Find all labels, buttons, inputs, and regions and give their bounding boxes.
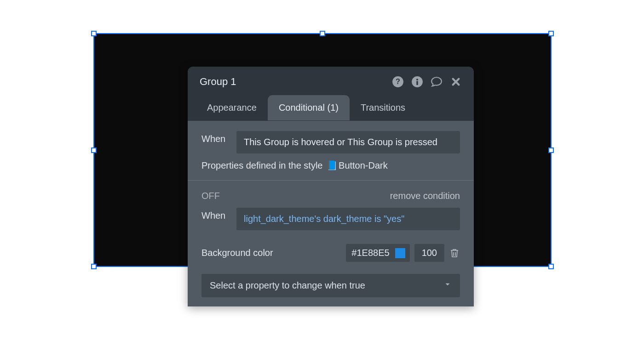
svg-rect-4 (416, 81, 418, 85)
panel-title: Group 1 (200, 76, 236, 88)
resize-handle-tl[interactable] (91, 31, 97, 36)
svg-point-3 (416, 79, 418, 80)
style-expression-box[interactable]: This Group is hovered or This Group is p… (236, 131, 460, 153)
svg-text:?: ? (396, 77, 400, 85)
style-definition-line: Properties defined in the style 📘Button-… (201, 160, 460, 171)
condition-top-row: OFF remove condition (201, 191, 460, 201)
custom-expression-box[interactable]: light_dark_theme's dark_theme is "yes" (236, 208, 460, 230)
chevron-down-icon (443, 280, 452, 291)
tab-appearance[interactable]: Appearance (196, 95, 268, 120)
style-definition-prefix: Properties defined in the style (201, 160, 325, 170)
background-color-row: Background color #1E88E5 100 (201, 244, 460, 262)
resize-handle-tr[interactable] (548, 31, 554, 36)
resize-handle-bl[interactable] (91, 264, 97, 269)
tab-body: When This Group is hovered or This Group… (188, 121, 474, 306)
comment-icon[interactable] (430, 75, 443, 89)
condition-off-toggle[interactable]: OFF (201, 191, 220, 201)
property-select[interactable]: Select a property to change when true (201, 274, 460, 297)
style-when-row: When This Group is hovered or This Group… (201, 131, 460, 153)
style-book-icon: 📘 (326, 160, 338, 170)
close-icon[interactable] (449, 75, 463, 89)
resize-handle-br[interactable] (548, 264, 554, 269)
when-label-2: When (201, 208, 229, 221)
custom-condition-section: OFF remove condition When light_dark_the… (188, 180, 474, 306)
color-hex-input[interactable]: #1E88E5 (346, 244, 409, 262)
style-condition-section: When This Group is hovered or This Group… (188, 121, 474, 180)
resize-handle-ml[interactable] (91, 147, 97, 153)
color-swatch[interactable] (395, 248, 405, 258)
property-select-placeholder: Select a property to change when true (210, 280, 365, 291)
tab-transitions[interactable]: Transitions (350, 95, 416, 120)
color-opacity-input[interactable]: 100 (414, 244, 444, 262)
background-color-controls: #1E88E5 100 (346, 244, 460, 262)
tab-row: Appearance Conditional (1) Transitions (188, 95, 474, 121)
background-color-label: Background color (201, 248, 273, 258)
property-panel: Group 1 ? Appearance Conditional (1) Tra… (188, 67, 474, 306)
panel-header-icons: ? (391, 75, 463, 89)
custom-when-row: When light_dark_theme's dark_theme is "y… (201, 208, 460, 230)
info-icon[interactable] (410, 75, 424, 89)
panel-header[interactable]: Group 1 ? (188, 67, 474, 95)
help-icon[interactable]: ? (391, 75, 405, 89)
color-hex-value: #1E88E5 (351, 248, 389, 258)
remove-condition-link[interactable]: remove condition (390, 191, 460, 201)
add-property-row: Select a property to change when true (201, 274, 460, 297)
resize-handle-tm[interactable] (320, 31, 325, 36)
style-name[interactable]: Button-Dark (339, 160, 388, 170)
trash-icon[interactable] (449, 248, 460, 259)
resize-handle-mr[interactable] (548, 147, 554, 153)
tab-conditional[interactable]: Conditional (1) (268, 95, 350, 120)
when-label: When (201, 131, 229, 144)
